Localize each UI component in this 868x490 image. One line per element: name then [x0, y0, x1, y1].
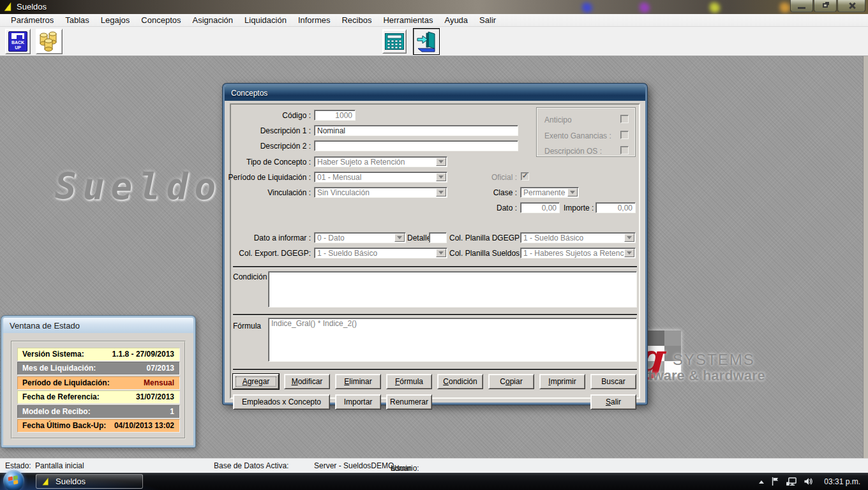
dato-informar-label: Dato a informar :	[228, 234, 311, 242]
anticipo-checkbox[interactable]	[620, 115, 629, 123]
estado-title-bar[interactable]: Ventana de Estado	[3, 318, 193, 333]
separator	[233, 369, 637, 371]
conceptos-body: Código : 1000 Descripción 1 : Nominal De…	[225, 101, 645, 403]
chevron-down-icon[interactable]	[394, 234, 405, 242]
chevron-down-icon[interactable]	[436, 249, 446, 257]
col-planilla-dgegp-select[interactable]: 1 - Sueldo Básico	[520, 232, 636, 243]
col-planilla-dgegp-label: Col. Planilla DGEGP :	[449, 234, 517, 242]
agregar-button[interactable]: Agregar	[233, 374, 279, 389]
minimize-button[interactable]	[790, 0, 813, 12]
copiar-button[interactable]: Copiar	[488, 374, 534, 389]
start-button[interactable]	[3, 470, 24, 490]
chevron-down-icon[interactable]	[436, 173, 446, 181]
formula-button[interactable]: Fórmula	[386, 374, 432, 389]
tipo-concepto-label: Tipo de Concepto :	[228, 158, 311, 167]
database-button[interactable]	[36, 29, 63, 54]
exit-button[interactable]	[413, 28, 440, 55]
close-button[interactable]	[837, 0, 865, 12]
conceptos-title: Conceptos	[231, 89, 267, 98]
oficial-checkbox[interactable]	[521, 172, 529, 181]
codigo-field[interactable]: 1000	[314, 110, 355, 121]
chevron-down-icon[interactable]	[624, 249, 634, 257]
tipo-concepto-select[interactable]: Haber Sujeto a Retención	[314, 156, 447, 167]
system-tray: 03:31 p.m.	[759, 473, 864, 490]
periodo-liquidacion-label: Período de Liquidación :	[228, 173, 311, 182]
menu-item-asignacion[interactable]: Asignación	[186, 14, 239, 26]
clase-select[interactable]: Permanente	[520, 187, 579, 198]
exento-ganancias-label: Exento Ganancias :	[544, 131, 611, 140]
condicion-button[interactable]: Condición	[437, 374, 483, 389]
clock[interactable]: 03:31 p.m.	[824, 477, 864, 486]
menu-item-recibos[interactable]: Recibos	[336, 14, 377, 26]
chevron-down-icon[interactable]	[567, 188, 578, 197]
col-export-dgegp-select[interactable]: 1 - Sueldo Básico	[314, 248, 447, 258]
menu-item-ayuda[interactable]: Ayuda	[438, 14, 474, 26]
separator	[233, 266, 637, 268]
sueldos-watermark: Sueldos	[55, 166, 250, 207]
network-icon[interactable]	[786, 477, 797, 486]
app-icon	[3, 2, 13, 12]
vinculacion-select[interactable]: Sin Vinculación	[314, 187, 447, 198]
show-hidden-icons-button[interactable]	[759, 478, 764, 484]
menu-item-salir[interactable]: Salir	[474, 14, 502, 26]
menu-item-parametros[interactable]: Parámetros	[5, 14, 59, 26]
imprimir-button[interactable]: Imprimir	[539, 374, 585, 389]
wallpaper-blob	[780, 3, 790, 13]
window-controls	[789, 0, 865, 12]
descripcion1-field[interactable]: Nominal	[314, 125, 518, 136]
chevron-down-icon[interactable]	[436, 188, 446, 197]
formula-textarea[interactable]: Indice_Gral() * Indice_2()	[268, 318, 637, 362]
chevron-down-icon[interactable]	[624, 234, 634, 242]
salir-button[interactable]: Salir	[590, 394, 636, 410]
dato-field[interactable]: 0,00	[520, 202, 560, 213]
descripcion2-field[interactable]	[314, 140, 518, 151]
minimize-icon	[798, 7, 805, 9]
menu-item-herramientas[interactable]: Herramientas	[377, 14, 438, 26]
chevron-down-icon[interactable]	[436, 158, 446, 166]
menu-item-liquidacion[interactable]: Liquidación	[239, 14, 292, 26]
descripcion-os-checkbox[interactable]	[620, 146, 629, 154]
importe-field[interactable]: 0,00	[595, 202, 636, 213]
status-db-label: Base de Datos Activa:	[214, 461, 288, 470]
logo-subtitle-text: ftware & hardware	[643, 368, 765, 384]
estado-label: Fecha de Referencia:	[22, 392, 100, 401]
estado-value: 1.1.8 - 27/09/2013	[112, 350, 174, 359]
periodo-liquidacion-select[interactable]: 01 - Mensual	[314, 172, 447, 182]
status-estado-value: Pantalla inicial	[35, 461, 84, 470]
buscar-button[interactable]: Buscar	[590, 374, 636, 389]
action-center-flag-icon[interactable]	[770, 477, 780, 486]
menu-item-tablas[interactable]: Tablas	[59, 14, 95, 26]
menu-item-conceptos[interactable]: Conceptos	[135, 14, 186, 26]
status-bar: Estado: Pantalla inicial Base de Datos A…	[0, 458, 868, 473]
close-icon	[848, 2, 856, 10]
modificar-button[interactable]: Modificar	[284, 374, 330, 389]
wallpaper-blob	[582, 3, 592, 13]
estado-row-fecha-ref: Fecha de Referencia:31/07/2013	[17, 390, 179, 403]
anticipo-label: Anticipo	[544, 115, 572, 124]
exento-ganancias-checkbox[interactable]	[620, 131, 629, 139]
dato-informar-select[interactable]: 0 - Dato	[314, 232, 406, 243]
calculator-button[interactable]	[382, 29, 407, 54]
flags-groupbox: Anticipo Exento Ganancias : Descripción …	[536, 107, 636, 157]
condicion-textarea[interactable]	[268, 271, 637, 308]
importar-button[interactable]: Importar	[335, 394, 381, 410]
conceptos-title-bar[interactable]: Conceptos	[225, 85, 645, 101]
volume-icon[interactable]	[804, 477, 814, 486]
estado-row-version: Versión Sistema:1.1.8 - 27/09/2013	[17, 348, 179, 360]
backup-button[interactable]: BACKUP	[5, 29, 31, 54]
descripcion-os-label: Descripción OS :	[544, 147, 602, 156]
estado-title: Ventana de Estado	[10, 321, 80, 330]
estado-row-backup: Fecha Último Back-Up:04/10/2013 13:02	[17, 419, 179, 432]
col-planilla-sueldos-label: Col. Planilla Sueldos :	[449, 249, 517, 258]
eliminar-button[interactable]: Eliminar	[335, 374, 381, 389]
taskbar-app-button[interactable]: Sueldos	[36, 474, 143, 489]
menu-item-informes[interactable]: Informes	[292, 14, 336, 26]
restore-button[interactable]	[814, 0, 837, 12]
col-planilla-sueldos-select[interactable]: 1 - Haberes Sujetos a Retención	[520, 248, 636, 258]
detalle-field[interactable]	[429, 232, 447, 243]
window-title: Sueldos	[17, 2, 47, 11]
renumerar-button[interactable]: Renumerar	[386, 394, 432, 410]
empleados-x-concepto-button[interactable]: Empleados x Concepto	[233, 394, 330, 410]
menu-item-legajos[interactable]: Legajos	[95, 14, 136, 26]
conceptos-dialog: Conceptos Código : 1000 Descripción 1 : …	[223, 84, 647, 405]
